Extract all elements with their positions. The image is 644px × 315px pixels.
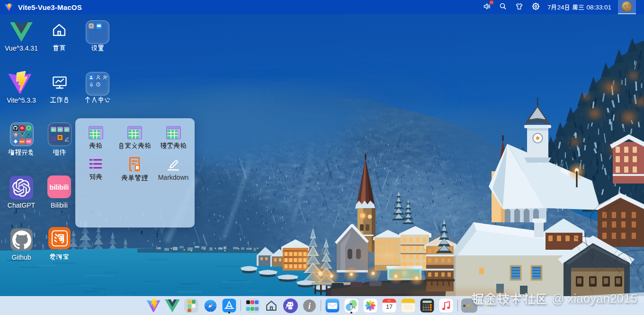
svg-text:bilibili: bilibili xyxy=(50,184,69,191)
svg-text:JUL: JUL xyxy=(388,299,392,302)
svg-text:i: i xyxy=(308,301,311,310)
svg-text:17: 17 xyxy=(386,304,393,310)
